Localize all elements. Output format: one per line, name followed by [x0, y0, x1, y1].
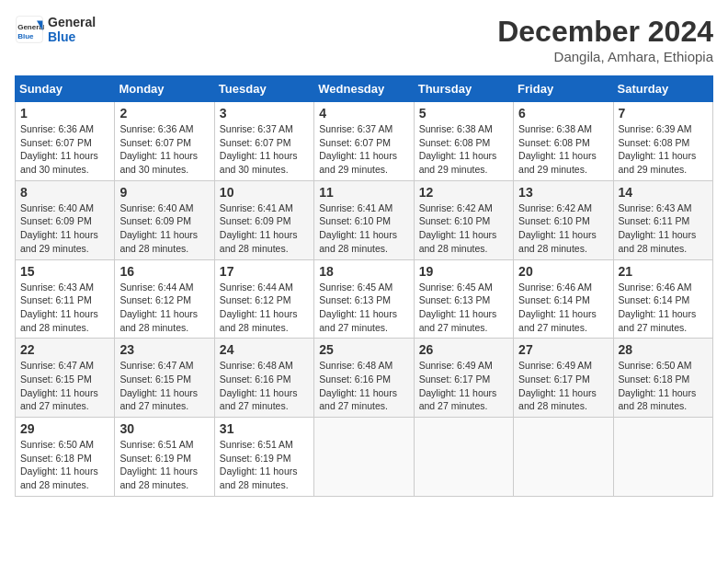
day-info: Sunrise: 6:42 AM Sunset: 6:10 PM Dayligh…: [419, 201, 508, 256]
day-number: 3: [220, 106, 309, 121]
day-info: Sunrise: 6:46 AM Sunset: 6:14 PM Dayligh…: [619, 281, 708, 335]
calendar-cell: [613, 418, 712, 497]
day-number: 15: [20, 264, 109, 279]
calendar-cell: 20Sunrise: 6:46 AM Sunset: 6:14 PM Dayli…: [514, 259, 613, 339]
day-info: Sunrise: 6:43 AM Sunset: 6:11 PM Dayligh…: [20, 281, 109, 335]
logo-text-general: General: [48, 15, 96, 29]
logo-text-blue: Blue: [48, 29, 96, 44]
calendar-week-row: 1Sunrise: 6:36 AM Sunset: 6:07 PM Daylig…: [16, 102, 713, 181]
day-info: Sunrise: 6:46 AM Sunset: 6:14 PM Dayligh…: [518, 281, 608, 335]
day-info: Sunrise: 6:41 AM Sunset: 6:10 PM Dayligh…: [319, 201, 408, 256]
month-title: December 2024: [497, 15, 713, 49]
day-number: 5: [419, 106, 508, 121]
day-number: 14: [619, 185, 708, 200]
day-number: 29: [20, 421, 109, 436]
calendar-cell: 27Sunrise: 6:49 AM Sunset: 6:17 PM Dayli…: [514, 339, 613, 418]
day-info: Sunrise: 6:36 AM Sunset: 6:07 PM Dayligh…: [119, 122, 209, 177]
day-number: 8: [20, 185, 109, 200]
day-info: Sunrise: 6:49 AM Sunset: 6:17 PM Dayligh…: [518, 359, 608, 413]
calendar-cell: 1Sunrise: 6:36 AM Sunset: 6:07 PM Daylig…: [16, 102, 115, 181]
calendar-cell: [414, 418, 513, 497]
day-info: Sunrise: 6:44 AM Sunset: 6:12 PM Dayligh…: [220, 281, 309, 335]
calendar-cell: [514, 418, 613, 497]
calendar-cell: 22Sunrise: 6:47 AM Sunset: 6:15 PM Dayli…: [16, 339, 115, 418]
day-number: 4: [319, 106, 408, 121]
col-header-thursday: Thursday: [414, 76, 513, 102]
calendar-table: SundayMondayTuesdayWednesdayThursdayFrid…: [15, 75, 713, 497]
day-number: 23: [119, 342, 209, 357]
day-number: 1: [20, 106, 109, 121]
calendar-cell: 26Sunrise: 6:49 AM Sunset: 6:17 PM Dayli…: [414, 339, 513, 418]
day-info: Sunrise: 6:50 AM Sunset: 6:18 PM Dayligh…: [619, 359, 708, 413]
day-number: 24: [220, 342, 309, 357]
day-number: 26: [419, 342, 508, 357]
calendar-cell: 29Sunrise: 6:50 AM Sunset: 6:18 PM Dayli…: [16, 418, 115, 497]
day-number: 7: [619, 106, 708, 121]
day-number: 11: [319, 185, 408, 200]
calendar-cell: 12Sunrise: 6:42 AM Sunset: 6:10 PM Dayli…: [414, 180, 513, 259]
calendar-cell: 30Sunrise: 6:51 AM Sunset: 6:19 PM Dayli…: [115, 418, 214, 497]
col-header-friday: Friday: [514, 76, 613, 102]
day-number: 2: [119, 106, 209, 121]
calendar-cell: 13Sunrise: 6:42 AM Sunset: 6:10 PM Dayli…: [514, 180, 613, 259]
calendar-cell: 9Sunrise: 6:40 AM Sunset: 6:09 PM Daylig…: [115, 180, 214, 259]
calendar-cell: 31Sunrise: 6:51 AM Sunset: 6:19 PM Dayli…: [214, 418, 313, 497]
day-number: 28: [619, 342, 708, 357]
day-info: Sunrise: 6:37 AM Sunset: 6:07 PM Dayligh…: [319, 122, 408, 177]
calendar-cell: 15Sunrise: 6:43 AM Sunset: 6:11 PM Dayli…: [16, 259, 115, 339]
calendar-cell: 5Sunrise: 6:38 AM Sunset: 6:08 PM Daylig…: [414, 102, 513, 181]
day-info: Sunrise: 6:43 AM Sunset: 6:11 PM Dayligh…: [619, 201, 708, 256]
day-number: 12: [419, 185, 508, 200]
day-number: 10: [220, 185, 309, 200]
day-info: Sunrise: 6:45 AM Sunset: 6:13 PM Dayligh…: [319, 281, 408, 335]
col-header-tuesday: Tuesday: [214, 76, 313, 102]
day-number: 30: [119, 421, 209, 436]
day-number: 22: [20, 342, 109, 357]
calendar-body: 1Sunrise: 6:36 AM Sunset: 6:07 PM Daylig…: [16, 102, 713, 497]
calendar-cell: 23Sunrise: 6:47 AM Sunset: 6:15 PM Dayli…: [115, 339, 214, 418]
day-info: Sunrise: 6:49 AM Sunset: 6:17 PM Dayligh…: [419, 359, 508, 413]
day-number: 27: [518, 342, 608, 357]
calendar-cell: 3Sunrise: 6:37 AM Sunset: 6:07 PM Daylig…: [214, 102, 313, 181]
calendar-cell: 2Sunrise: 6:36 AM Sunset: 6:07 PM Daylig…: [115, 102, 214, 181]
day-info: Sunrise: 6:40 AM Sunset: 6:09 PM Dayligh…: [119, 201, 209, 256]
day-info: Sunrise: 6:51 AM Sunset: 6:19 PM Dayligh…: [119, 438, 209, 492]
calendar-cell: 24Sunrise: 6:48 AM Sunset: 6:16 PM Dayli…: [214, 339, 313, 418]
day-info: Sunrise: 6:40 AM Sunset: 6:09 PM Dayligh…: [20, 201, 109, 256]
title-block: December 2024 Dangila, Amhara, Ethiopia: [497, 15, 713, 64]
calendar-header-row: SundayMondayTuesdayWednesdayThursdayFrid…: [16, 76, 713, 102]
day-info: Sunrise: 6:41 AM Sunset: 6:09 PM Dayligh…: [220, 201, 309, 256]
day-info: Sunrise: 6:44 AM Sunset: 6:12 PM Dayligh…: [119, 281, 209, 335]
calendar-cell: 8Sunrise: 6:40 AM Sunset: 6:09 PM Daylig…: [16, 180, 115, 259]
day-number: 9: [119, 185, 209, 200]
calendar-cell: 6Sunrise: 6:38 AM Sunset: 6:08 PM Daylig…: [514, 102, 613, 181]
calendar-cell: 19Sunrise: 6:45 AM Sunset: 6:13 PM Dayli…: [414, 259, 513, 339]
day-number: 19: [419, 264, 508, 279]
calendar-cell: 16Sunrise: 6:44 AM Sunset: 6:12 PM Dayli…: [115, 259, 214, 339]
calendar-cell: 25Sunrise: 6:48 AM Sunset: 6:16 PM Dayli…: [314, 339, 414, 418]
day-info: Sunrise: 6:38 AM Sunset: 6:08 PM Dayligh…: [419, 122, 508, 177]
calendar-cell: 17Sunrise: 6:44 AM Sunset: 6:12 PM Dayli…: [214, 259, 313, 339]
calendar-cell: 10Sunrise: 6:41 AM Sunset: 6:09 PM Dayli…: [214, 180, 313, 259]
day-number: 25: [319, 342, 408, 357]
location-subtitle: Dangila, Amhara, Ethiopia: [497, 49, 713, 64]
logo: General Blue General Blue: [15, 15, 96, 44]
day-info: Sunrise: 6:42 AM Sunset: 6:10 PM Dayligh…: [518, 201, 608, 256]
day-info: Sunrise: 6:48 AM Sunset: 6:16 PM Dayligh…: [220, 359, 309, 413]
day-number: 6: [518, 106, 608, 121]
svg-text:Blue: Blue: [17, 32, 34, 40]
calendar-cell: 4Sunrise: 6:37 AM Sunset: 6:07 PM Daylig…: [314, 102, 414, 181]
day-info: Sunrise: 6:47 AM Sunset: 6:15 PM Dayligh…: [20, 359, 109, 413]
calendar-cell: 18Sunrise: 6:45 AM Sunset: 6:13 PM Dayli…: [314, 259, 414, 339]
day-number: 18: [319, 264, 408, 279]
day-info: Sunrise: 6:50 AM Sunset: 6:18 PM Dayligh…: [20, 438, 109, 492]
day-info: Sunrise: 6:37 AM Sunset: 6:07 PM Dayligh…: [220, 122, 309, 177]
day-number: 31: [220, 421, 309, 436]
col-header-saturday: Saturday: [613, 76, 712, 102]
col-header-wednesday: Wednesday: [314, 76, 414, 102]
page-header: General Blue General Blue December 2024 …: [15, 15, 713, 64]
day-number: 20: [518, 264, 608, 279]
calendar-week-row: 15Sunrise: 6:43 AM Sunset: 6:11 PM Dayli…: [16, 259, 713, 339]
calendar-cell: 14Sunrise: 6:43 AM Sunset: 6:11 PM Dayli…: [613, 180, 712, 259]
calendar-week-row: 8Sunrise: 6:40 AM Sunset: 6:09 PM Daylig…: [16, 180, 713, 259]
